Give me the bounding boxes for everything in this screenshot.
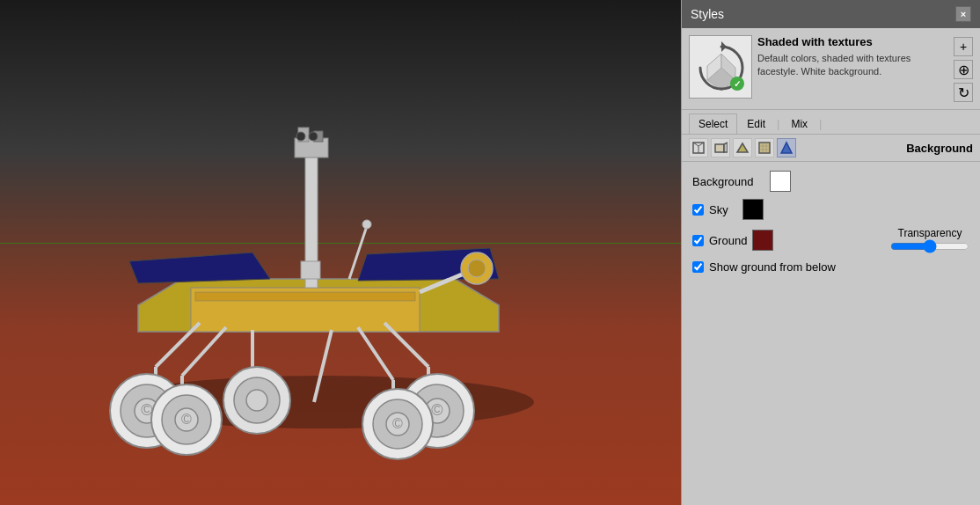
transparency-label: Transparency <box>898 227 962 239</box>
tab-divider-2: | <box>819 117 822 130</box>
sky-row: Sky <box>692 199 969 220</box>
update-icon: ⊕ <box>958 62 969 78</box>
background-color-swatch[interactable] <box>770 171 791 192</box>
svg-point-46 <box>468 260 486 277</box>
svg-text:©: © <box>392 416 403 431</box>
monochrome-btn[interactable] <box>777 138 796 157</box>
sky-checkbox[interactable] <box>692 204 704 216</box>
textured-btn[interactable] <box>755 138 774 157</box>
update-style-button[interactable]: ⊕ <box>954 60 973 79</box>
hidden-line-btn[interactable] <box>711 138 730 157</box>
svg-rect-41 <box>301 261 320 279</box>
icons-row: Background <box>682 135 980 162</box>
svg-text:©: © <box>431 401 442 419</box>
ground-checkbox[interactable] <box>692 235 704 246</box>
icons-left <box>689 138 796 157</box>
ground-left: Ground <box>692 230 773 251</box>
shaded-btn[interactable] <box>733 138 752 157</box>
style-thumbnail[interactable]: ✓ <box>689 35 752 99</box>
side-buttons: + ⊕ ↻ <box>954 35 973 102</box>
add-icon: + <box>960 40 967 54</box>
rover-scene: © © © © <box>0 0 681 505</box>
section-label: Background <box>906 142 973 155</box>
svg-line-13 <box>358 327 393 380</box>
svg-point-26 <box>246 390 267 411</box>
transparency-slider[interactable] <box>890 239 969 253</box>
tab-divider: | <box>777 117 779 130</box>
sky-checkbox-row: Sky <box>692 203 728 216</box>
show-ground-checkbox[interactable] <box>692 261 704 273</box>
3d-viewport[interactable]: © © © © <box>0 0 681 505</box>
styles-panel: Styles × ✓ Shaded with textures Default <box>681 0 980 505</box>
show-ground-row: Show ground from below <box>692 260 969 274</box>
show-ground-checkbox-row: Show ground from below <box>692 260 836 274</box>
svg-marker-66 <box>781 143 792 153</box>
show-ground-label: Show ground from below <box>709 260 836 274</box>
svg-point-40 <box>309 132 318 141</box>
background-row: Background <box>692 171 969 192</box>
svg-rect-61 <box>759 143 770 153</box>
ground-color-swatch[interactable] <box>752 230 773 251</box>
properties-area: Background Sky Ground Transparency <box>682 162 980 282</box>
svg-marker-2 <box>129 252 270 283</box>
style-name: Shaded with textures <box>757 35 948 48</box>
background-label: Background <box>692 175 763 188</box>
svg-point-39 <box>296 132 305 141</box>
sky-label: Sky <box>709 203 728 216</box>
tab-edit[interactable]: Edit <box>737 113 775 134</box>
style-info: Shaded with textures Default colors, sha… <box>757 35 948 79</box>
wireframe-btn[interactable] <box>689 138 708 157</box>
ground-label: Ground <box>709 234 747 247</box>
transparency-section: Transparency <box>890 227 969 253</box>
tab-mix[interactable]: Mix <box>781 113 817 134</box>
svg-text:✓: ✓ <box>734 79 741 89</box>
panel-titlebar: Styles × <box>682 0 980 28</box>
close-button[interactable]: × <box>955 6 971 22</box>
sky-color-swatch[interactable] <box>742 199 764 220</box>
svg-marker-60 <box>737 143 748 152</box>
svg-rect-58 <box>715 144 724 152</box>
ground-row: Ground Transparency <box>692 227 969 253</box>
tab-select[interactable]: Select <box>689 113 737 134</box>
add-style-button[interactable]: + <box>954 37 973 56</box>
refresh-style-button[interactable]: ↻ <box>954 83 973 102</box>
svg-rect-5 <box>195 292 415 301</box>
panel-title: Styles <box>691 7 724 21</box>
svg-marker-59 <box>724 143 728 152</box>
refresh-icon: ↻ <box>958 84 969 101</box>
style-description: Default colors, shaded with textures fac… <box>757 52 948 79</box>
rover-svg: © © © © <box>50 24 631 481</box>
svg-point-43 <box>362 220 371 229</box>
svg-text:©: © <box>181 412 192 427</box>
style-preview-row: ✓ Shaded with textures Default colors, s… <box>682 28 980 110</box>
tabs-row: Select Edit | Mix | <box>682 110 980 135</box>
